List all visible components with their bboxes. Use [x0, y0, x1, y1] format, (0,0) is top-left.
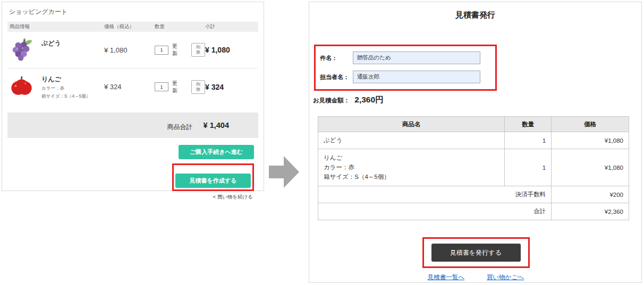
product-name: りんご — [41, 74, 90, 84]
product-option-color: カラー：赤 — [324, 163, 499, 172]
subtotal-cell: ¥ 324 — [205, 83, 258, 91]
col-header-price: 価格（税込） — [104, 23, 155, 30]
quantity-input[interactable] — [155, 46, 168, 55]
create-quote-button[interactable]: 見積書を作成する — [175, 174, 251, 188]
table-row-grapes: ぶどう 1 ¥1,080 — [318, 132, 629, 149]
product-option-size: 箱サイズ：S（4～5個） — [324, 172, 499, 182]
quote-list-link[interactable]: 見積書一覧へ — [428, 273, 464, 281]
col-header-quantity: 数量 — [155, 23, 205, 30]
price-cell: ¥ 1,080 — [104, 46, 155, 54]
quantity-cell: 1 — [505, 132, 552, 149]
cart-title: ショッピングカート — [2, 2, 264, 20]
product-info-cell: ぶどう — [7, 38, 104, 62]
cart-actions: ご購入手続きへ進む 見積書を作成する < 買い物を続ける — [2, 138, 264, 201]
table-row-total: 合計 ¥2,360 — [318, 203, 629, 220]
right-arrow-icon — [269, 152, 300, 192]
table-row-fee: 決済手数料 ¥200 — [318, 186, 629, 203]
quote-issue-panel: 見積書発行 件名： 担当者名： お見積金額： 2,360円 商品名 数量 価格 — [309, 2, 642, 283]
person-input[interactable] — [353, 71, 480, 83]
cart-total-bar: 商品合計 ¥ 1,404 — [7, 113, 258, 138]
quantity-cell: 更新 削除 — [155, 80, 205, 94]
quote-items-table: 商品名 数量 価格 ぶどう 1 ¥1,080 りんご カラー：赤 箱 — [318, 116, 629, 220]
product-name-cell: ぶどう — [318, 132, 505, 149]
apple-image — [10, 74, 34, 98]
product-option-size: 箱サイズ：S（4～5個） — [41, 93, 90, 100]
person-field-row: 担当者名： — [320, 71, 480, 83]
subject-label: 件名： — [320, 54, 353, 62]
person-label: 担当者名： — [320, 73, 353, 81]
col-header-quantity: 数量 — [505, 117, 552, 132]
cart-total-label: 商品合計 — [167, 123, 193, 132]
update-link[interactable]: 更新 — [172, 80, 182, 94]
product-name-lines: りんご カラー：赤 箱サイズ：S（4～5個） — [324, 153, 499, 182]
product-name: りんご — [324, 153, 499, 163]
screenshot-stage: ショッピングカート 商品情報 価格（税込） 数量 小計 — [0, 0, 644, 285]
annotation-highlight-quote-button: 見積書を作成する — [172, 163, 254, 191]
cart-item-row-apple: りんご カラー：赤 箱サイズ：S（4～5個） ¥ 324 更新 削除 ¥ 324 — [7, 68, 258, 105]
fee-value-cell: ¥200 — [552, 186, 629, 203]
estimate-amount-label: お見積金額： — [313, 97, 350, 105]
quote-page-title: 見積書発行 — [309, 10, 641, 20]
total-value-cell: ¥2,360 — [552, 203, 629, 220]
col-header-product-info: 商品情報 — [7, 23, 104, 30]
back-to-cart-link[interactable]: 買い物かごへ — [487, 273, 524, 281]
quote-footer-links: 見積書一覧へ 買い物かごへ — [309, 273, 642, 281]
quantity-cell: 1 — [505, 149, 552, 186]
price-cell: ¥ 324 — [104, 83, 155, 91]
fee-label-cell: 決済手数料 — [318, 186, 552, 203]
col-header-subtotal: 小計 — [205, 23, 258, 30]
quantity-input[interactable] — [155, 82, 168, 91]
issue-button-zone: 見積書を発行する — [309, 237, 642, 268]
cart-total-value: ¥ 1,404 — [204, 121, 229, 129]
product-text: りんご カラー：赤 箱サイズ：S（4～5個） — [41, 74, 90, 100]
product-info-cell: りんご カラー：赤 箱サイズ：S（4～5個） — [7, 74, 104, 100]
product-text: ぶどう — [41, 38, 61, 48]
checkout-button[interactable]: ご購入手続きへ進む — [179, 145, 254, 159]
col-header-product-name: 商品名 — [318, 117, 505, 132]
table-row-apple: りんご カラー：赤 箱サイズ：S（4～5個） 1 ¥1,080 — [318, 149, 629, 186]
total-label-cell: 合計 — [318, 203, 552, 220]
subject-input[interactable] — [353, 51, 480, 64]
estimate-amount-value: 2,360円 — [354, 94, 383, 106]
subject-field-row: 件名： — [320, 51, 480, 64]
cart-table-header: 商品情報 価格（税込） 数量 小計 — [7, 22, 258, 32]
transition-arrow — [269, 152, 300, 192]
price-cell: ¥1,080 — [552, 132, 629, 149]
product-name: ぶどう — [41, 38, 61, 48]
issue-quote-button[interactable]: 見積書を発行する — [431, 244, 521, 262]
product-option-color: カラー：赤 — [41, 85, 90, 92]
annotation-highlight-issue-button: 見積書を発行する — [422, 237, 530, 268]
quantity-cell: 更新 削除 — [155, 42, 205, 57]
grapes-image — [10, 38, 34, 62]
continue-shopping-link[interactable]: < 買い物を続ける — [213, 194, 254, 201]
subtotal-cell: ¥ 1,080 — [205, 46, 258, 54]
delete-button[interactable]: 削除 — [191, 80, 205, 94]
price-cell: ¥1,080 — [552, 149, 629, 186]
cart-item-row-grapes: ぶどう ¥ 1,080 更新 削除 ¥ 1,080 — [7, 32, 258, 68]
table-header-row: 商品名 数量 価格 — [318, 117, 629, 132]
shopping-cart-panel: ショッピングカート 商品情報 価格（税込） 数量 小計 — [2, 2, 264, 191]
estimate-amount-line: お見積金額： 2,360円 — [313, 94, 384, 106]
product-name-cell: りんご カラー：赤 箱サイズ：S（4～5個） — [318, 149, 505, 186]
delete-button[interactable]: 削除 — [191, 43, 205, 57]
annotation-highlight-fields: 件名： 担当者名： — [314, 45, 497, 91]
update-link[interactable]: 更新 — [172, 42, 182, 57]
col-header-price: 価格 — [552, 117, 629, 132]
